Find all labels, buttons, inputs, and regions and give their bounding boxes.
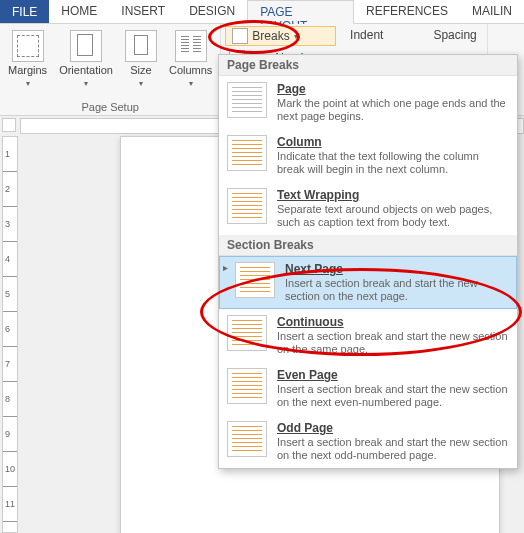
continuous-icon — [227, 315, 267, 351]
chevron-down-icon: ▾ — [84, 79, 88, 88]
page-break-icon — [227, 82, 267, 118]
orientation-label: Orientation — [59, 64, 113, 76]
menu-item-title: Text Wrapping — [277, 188, 509, 202]
tab-mailings[interactable]: MAILIN — [460, 0, 524, 23]
indent-label: Indent — [350, 28, 383, 42]
orientation-button[interactable]: Orientation▾ — [57, 28, 115, 90]
menu-item-title: Next Page — [285, 262, 509, 276]
chevron-down-icon: ▾ — [294, 32, 298, 41]
column-break-icon — [227, 135, 267, 171]
vertical-ruler[interactable]: 12 345 678 91011 — [2, 136, 18, 533]
menu-item-desc: Mark the point at which one page ends an… — [277, 97, 509, 123]
margins-label: Margins — [8, 64, 47, 76]
size-label: Size — [130, 64, 151, 76]
menu-item-even-page[interactable]: Even Page Insert a section break and sta… — [219, 362, 517, 415]
chevron-down-icon: ▾ — [189, 79, 193, 88]
menu-item-title: Page — [277, 82, 509, 96]
menu-item-page[interactable]: Page Mark the point at which one page en… — [219, 76, 517, 129]
tab-references[interactable]: REFERENCES — [354, 0, 460, 23]
ruler-corner — [2, 118, 16, 132]
menu-item-desc: Insert a section break and start the new… — [277, 383, 509, 409]
menu-item-title: Column — [277, 135, 509, 149]
menu-item-next-page[interactable]: ▸ Next Page Insert a section break and s… — [219, 256, 517, 309]
ribbon-tabs: FILE HOME INSERT DESIGN PAGE LAYOUT REFE… — [0, 0, 524, 24]
menu-item-title: Odd Page — [277, 421, 509, 435]
size-button[interactable]: Size▾ — [123, 28, 159, 90]
columns-label: Columns — [169, 64, 212, 76]
spacing-label: Spacing — [433, 28, 476, 42]
menu-item-odd-page[interactable]: Odd Page Insert a section break and star… — [219, 415, 517, 468]
menu-item-title: Continuous — [277, 315, 509, 329]
menu-item-text-wrapping[interactable]: Text Wrapping Separate text around objec… — [219, 182, 517, 235]
ruler-marks: 12 345 678 91011 — [5, 137, 15, 522]
menu-header-section-breaks: Section Breaks — [219, 235, 517, 256]
odd-page-icon — [227, 421, 267, 457]
chevron-down-icon: ▾ — [139, 79, 143, 88]
menu-item-desc: Separate text around objects on web page… — [277, 203, 509, 229]
orientation-icon — [70, 30, 102, 62]
margins-button[interactable]: Margins▾ — [6, 28, 49, 90]
tab-home[interactable]: HOME — [49, 0, 109, 23]
group-label-page-setup: Page Setup — [6, 99, 214, 113]
menu-item-continuous[interactable]: Continuous Insert a section break and st… — [219, 309, 517, 362]
text-wrapping-icon — [227, 188, 267, 224]
menu-item-desc: Indicate that the text following the col… — [277, 150, 509, 176]
breaks-icon — [232, 28, 248, 44]
tab-design[interactable]: DESIGN — [177, 0, 247, 23]
columns-button[interactable]: Columns▾ — [167, 28, 214, 90]
menu-header-page-breaks: Page Breaks — [219, 55, 517, 76]
chevron-down-icon: ▾ — [26, 79, 30, 88]
tab-page-layout[interactable]: PAGE LAYOUT — [247, 0, 354, 24]
next-page-icon — [235, 262, 275, 298]
menu-item-title: Even Page — [277, 368, 509, 382]
menu-item-desc: Insert a section break and start the new… — [285, 277, 509, 303]
tab-insert[interactable]: INSERT — [109, 0, 177, 23]
columns-icon — [175, 30, 207, 62]
menu-item-desc: Insert a section break and start the new… — [277, 436, 509, 462]
selection-arrow-icon: ▸ — [223, 262, 228, 273]
tab-file[interactable]: FILE — [0, 0, 49, 23]
breaks-menu: Page Breaks Page Mark the point at which… — [218, 54, 518, 469]
menu-item-desc: Insert a section break and start the new… — [277, 330, 509, 356]
breaks-label: Breaks — [252, 29, 289, 43]
size-icon — [125, 30, 157, 62]
even-page-icon — [227, 368, 267, 404]
group-page-setup: Margins▾ Orientation▾ Size▾ Columns▾ Pag… — [0, 24, 221, 115]
breaks-button[interactable]: Breaks ▾ — [225, 26, 336, 46]
margins-icon — [12, 30, 44, 62]
menu-item-column[interactable]: Column Indicate that the text following … — [219, 129, 517, 182]
